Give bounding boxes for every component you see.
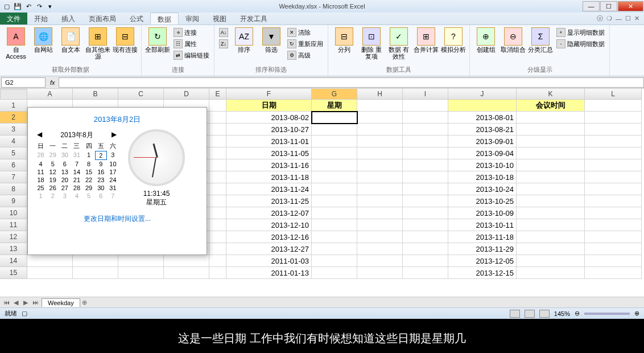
wmin-icon[interactable]: —: [616, 15, 622, 22]
cal-day[interactable]: 17: [107, 168, 119, 176]
cell-E1[interactable]: [209, 100, 226, 112]
cell-I13[interactable]: [403, 243, 448, 255]
view-break-button[interactable]: [539, 310, 550, 318]
save-icon[interactable]: 💾: [13, 2, 22, 11]
cell-F9[interactable]: 2013-11-25: [226, 195, 312, 207]
row-header-1[interactable]: 1: [0, 100, 27, 112]
cell-J4[interactable]: 2013-09-01: [448, 136, 517, 147]
cell-F13[interactable]: 2013-12-27: [226, 243, 312, 255]
cell-L9[interactable]: [585, 195, 642, 207]
col-header-J[interactable]: J: [448, 89, 517, 100]
cell-J1[interactable]: [448, 100, 517, 112]
wrest-icon[interactable]: ☐: [625, 15, 631, 22]
zoom-level[interactable]: 145%: [554, 310, 570, 317]
col-header-F[interactable]: F: [226, 89, 312, 100]
cell-G13[interactable]: [312, 243, 357, 255]
cell-K15[interactable]: [517, 267, 585, 279]
cal-day[interactable]: 23: [95, 176, 107, 184]
cell-J12[interactable]: 2013-11-18: [448, 231, 517, 243]
data-valid-button[interactable]: ✓数据 有效性: [386, 27, 411, 60]
cell-K8[interactable]: [517, 183, 585, 195]
cell-I1[interactable]: [403, 100, 448, 112]
cell-E13[interactable]: [209, 243, 226, 255]
cal-day[interactable]: 28: [71, 184, 82, 192]
cell-I9[interactable]: [403, 195, 448, 207]
cal-day[interactable]: 22: [83, 176, 95, 184]
cell-G14[interactable]: [312, 255, 357, 267]
row-header-2[interactable]: 2: [0, 112, 27, 124]
cal-day[interactable]: 29: [47, 151, 59, 160]
cell-H2[interactable]: [357, 112, 403, 124]
from-access-button[interactable]: A自 Access: [3, 27, 28, 60]
cell-E8[interactable]: [209, 183, 226, 195]
cell-H13[interactable]: [357, 243, 403, 255]
cell-H1[interactable]: [357, 100, 403, 112]
cal-next-icon[interactable]: ▶: [112, 130, 117, 140]
cal-day[interactable]: 10: [107, 160, 119, 168]
cell-L4[interactable]: [585, 136, 642, 147]
cell-C15[interactable]: [118, 267, 164, 279]
row-header-4[interactable]: 4: [0, 136, 27, 147]
qat-more-icon[interactable]: ▾: [46, 2, 55, 11]
cal-day[interactable]: 18: [35, 176, 47, 184]
redo-icon[interactable]: ↷: [35, 2, 44, 11]
cell-G10[interactable]: [312, 207, 357, 219]
cal-day[interactable]: 16: [95, 168, 107, 176]
cell-G1[interactable]: 星期: [312, 100, 357, 112]
ribbon-min-icon[interactable]: ⓥ: [597, 14, 603, 23]
row-header-5[interactable]: 5: [0, 147, 27, 159]
cell-J11[interactable]: 2013-10-11: [448, 219, 517, 231]
filter-button[interactable]: ▼筛选: [259, 27, 284, 53]
cell-K4[interactable]: [517, 136, 585, 147]
sheet-nav-next[interactable]: ▶: [21, 299, 30, 306]
cell-F8[interactable]: 2013-11-24: [226, 183, 312, 195]
cell-F7[interactable]: 2013-11-18: [226, 171, 312, 183]
cell-K1[interactable]: 会议时间: [517, 100, 585, 112]
existing-conn-button[interactable]: ⊟现有连接: [113, 27, 138, 53]
cell-H3[interactable]: [357, 124, 403, 136]
cal-day[interactable]: 9: [95, 160, 107, 168]
cal-day[interactable]: 5: [83, 192, 95, 200]
cell-F4[interactable]: 2013-11-01: [226, 136, 312, 147]
cell-J7[interactable]: 2013-10-18: [448, 171, 517, 183]
row-header-10[interactable]: 10: [0, 207, 27, 219]
cell-L6[interactable]: [585, 159, 642, 171]
cell-E7[interactable]: [209, 171, 226, 183]
cell-I2[interactable]: [403, 112, 448, 124]
cell-J3[interactable]: 2013-08-21: [448, 124, 517, 136]
cell-H4[interactable]: [357, 136, 403, 147]
cell-I3[interactable]: [403, 124, 448, 136]
fx-icon[interactable]: fx: [47, 79, 59, 86]
cell-G3[interactable]: [312, 124, 357, 136]
cell-G4[interactable]: [312, 136, 357, 147]
cell-H7[interactable]: [357, 171, 403, 183]
text-to-cols-button[interactable]: ⊟分列: [332, 27, 357, 53]
cell-I7[interactable]: [403, 171, 448, 183]
cell-I11[interactable]: [403, 219, 448, 231]
cell-F5[interactable]: 2013-11-05: [226, 147, 312, 159]
properties-button[interactable]: ☷属性: [172, 39, 210, 49]
cal-day[interactable]: 29: [83, 184, 95, 192]
edit-links-button[interactable]: ⇄编辑链接: [172, 50, 210, 60]
refresh-all-button[interactable]: ↻全部刷新: [145, 27, 170, 53]
cell-L7[interactable]: [585, 171, 642, 183]
reapply-button[interactable]: ↻重新应用: [286, 39, 324, 49]
from-text-button[interactable]: 📄自文本: [58, 27, 83, 53]
cal-day[interactable]: 8: [83, 160, 95, 168]
cell-I12[interactable]: [403, 231, 448, 243]
cell-K2[interactable]: [517, 112, 585, 124]
cell-L1[interactable]: [585, 100, 642, 112]
remove-dup-button[interactable]: ⊡删除 重复项: [359, 27, 384, 60]
cell-H5[interactable]: [357, 147, 403, 159]
cal-day[interactable]: 11: [35, 168, 47, 176]
cell-E4[interactable]: [209, 136, 226, 147]
cell-F10[interactable]: 2013-12-07: [226, 207, 312, 219]
maximize-button[interactable]: ☐: [600, 1, 617, 11]
col-header-B[interactable]: B: [73, 89, 118, 100]
cell-G8[interactable]: [312, 183, 357, 195]
zoom-out-button[interactable]: ⊖: [575, 310, 580, 317]
row-header-11[interactable]: 11: [0, 219, 27, 231]
cell-B14[interactable]: [73, 255, 118, 267]
cal-day[interactable]: 7: [107, 192, 119, 200]
cell-E11[interactable]: [209, 219, 226, 231]
